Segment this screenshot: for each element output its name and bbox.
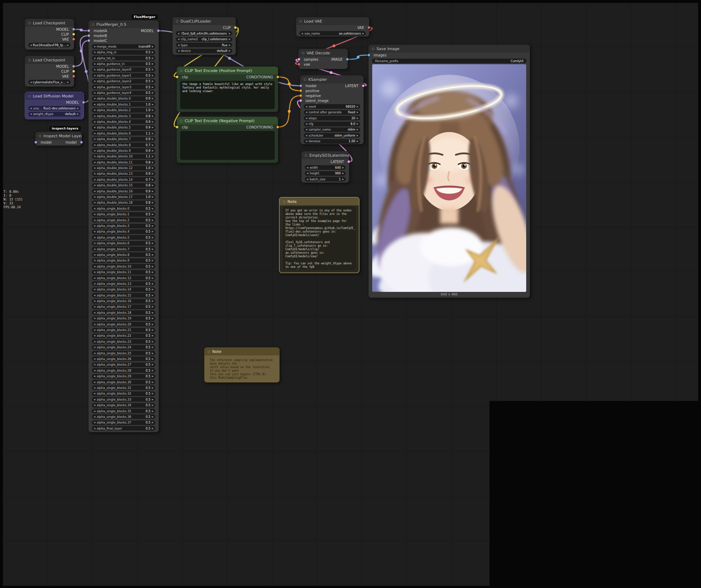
arrow-right-icon[interactable]: ▶: [152, 259, 154, 262]
clip-positive-text[interactable]: the image a female beautiful like an ang…: [180, 81, 275, 109]
arrow-right-icon[interactable]: ▶: [152, 334, 154, 337]
arrow-left-icon[interactable]: ◀: [94, 300, 95, 302]
fluxmerger-widget-alpha-double-blocks-16[interactable]: ◀alpha_double_blocks.160.9▶: [92, 189, 155, 193]
ksampler-widget-seed[interactable]: ◀seed68020▶: [304, 104, 360, 109]
fluxmerger-widget-alpha-single-blocks-17[interactable]: ◀alpha_single_blocks.170.5▶: [92, 305, 155, 309]
arrow-right-icon[interactable]: ▶: [152, 248, 154, 251]
ksampler-widget-cfg[interactable]: ◀cfg8.0▶: [304, 122, 360, 126]
arrow-left-icon[interactable]: ◀: [94, 178, 95, 181]
fluxmerger-widget-alpha-single-blocks-30[interactable]: ◀alpha_single_blocks.300.5▶: [92, 380, 155, 384]
dualcliploader-widget-device[interactable]: ◀devicedefault▶: [176, 49, 232, 53]
arrow-left-icon[interactable]: ◀: [94, 334, 95, 337]
arrow-right-icon[interactable]: ▶: [152, 172, 154, 175]
output-slot-latent-icon[interactable]: [347, 160, 350, 163]
arrow-left-icon[interactable]: ◀: [94, 201, 95, 204]
arrow-right-icon[interactable]: ▶: [152, 317, 154, 320]
fluxmerger-widget-alpha-single-blocks-26[interactable]: ◀alpha_single_blocks.260.5▶: [92, 356, 155, 361]
empty-latent-node[interactable]: EmptySD3LatentImageLATENT◀width640▶◀heig…: [301, 151, 349, 183]
arrow-right-icon[interactable]: ▶: [152, 219, 154, 222]
fluxmerger-widget-alpha-single-blocks-31[interactable]: ◀alpha_single_blocks.310.5▶: [92, 385, 155, 390]
load-checkpoint-1-widget-flux1kreadevfp8-fp[interactable]: ◀flux1KreaDevFP8_fp ...▶: [28, 43, 71, 47]
arrow-left-icon[interactable]: ◀: [94, 277, 95, 280]
arrow-right-icon[interactable]: ▶: [67, 81, 69, 84]
input-slot-clip-icon[interactable]: [176, 76, 179, 79]
fluxmerger-widget-alpha-guidance-layer4[interactable]: ◀alpha_guidance_layer40.5▶: [92, 91, 155, 95]
arrow-right-icon[interactable]: ▶: [152, 271, 154, 274]
arrow-left-icon[interactable]: ◀: [94, 265, 95, 268]
arrow-right-icon[interactable]: ▶: [152, 120, 154, 123]
arrow-left-icon[interactable]: ◀: [305, 105, 307, 108]
arrow-right-icon[interactable]: ▶: [152, 305, 154, 308]
arrow-left-icon[interactable]: ◀: [94, 224, 95, 227]
arrow-left-icon[interactable]: ◀: [94, 317, 95, 320]
arrow-right-icon[interactable]: ▶: [152, 97, 154, 100]
arrow-right-icon[interactable]: ▶: [152, 51, 154, 54]
arrow-left-icon[interactable]: ◀: [94, 213, 95, 216]
node-collapse-dot-icon[interactable]: [283, 200, 285, 203]
arrow-right-icon[interactable]: ▶: [152, 144, 154, 146]
vae-decode-node[interactable]: VAE DecodesamplesIMAGEvae: [298, 49, 348, 69]
fluxmerger-widget-alpha-single-blocks-35[interactable]: ◀alpha_single_blocks.350.5▶: [92, 409, 155, 413]
arrow-right-icon[interactable]: ▶: [152, 236, 154, 239]
fluxmerger-widget-alpha-double-blocks-1[interactable]: ◀alpha_double_blocks.11.0▶: [92, 102, 155, 107]
fluxmerger-widget-alpha-single-blocks-15[interactable]: ◀alpha_single_blocks.150.5▶: [92, 293, 155, 298]
arrow-left-icon[interactable]: ◀: [94, 369, 95, 372]
arrow-right-icon[interactable]: ▶: [357, 140, 358, 143]
output-slot-clip-icon[interactable]: [72, 70, 75, 73]
arrow-right-icon[interactable]: ▶: [152, 294, 154, 297]
arrow-left-icon[interactable]: ◀: [178, 32, 179, 35]
fluxmerger-widget-alpha-single-blocks-21[interactable]: ◀alpha_single_blocks.210.5▶: [92, 328, 155, 332]
input-slot-vae-icon[interactable]: [297, 63, 301, 66]
arrow-right-icon[interactable]: ▶: [152, 369, 154, 372]
arrow-left-icon[interactable]: ◀: [94, 352, 95, 355]
arrow-left-icon[interactable]: ◀: [94, 167, 95, 169]
node-collapse-dot-icon[interactable]: [180, 120, 183, 122]
arrow-left-icon[interactable]: ◀: [94, 421, 95, 424]
arrow-left-icon[interactable]: ◀: [94, 294, 95, 297]
input-slot-modelb-icon[interactable]: [87, 34, 90, 37]
arrow-left-icon[interactable]: ◀: [94, 381, 95, 384]
inspect-model-layers-node[interactable]: inspect-layersInspect Model Layersmodelm…: [35, 132, 82, 146]
fluxmerger-widget-alpha-double-blocks-5[interactable]: ◀alpha_double_blocks.50.9▶: [92, 125, 155, 130]
arrow-right-icon[interactable]: ▶: [152, 311, 154, 314]
arrow-left-icon[interactable]: ◀: [94, 190, 95, 193]
arrow-left-icon[interactable]: ◀: [94, 45, 95, 48]
fluxmerger-widget-alpha-single-blocks-18[interactable]: ◀alpha_single_blocks.180.5▶: [92, 310, 155, 315]
arrow-left-icon[interactable]: ◀: [94, 132, 95, 135]
input-slot-negative-icon[interactable]: [299, 94, 302, 97]
fluxmerger-widget-alpha-single-blocks-14[interactable]: ◀alpha_single_blocks.140.5▶: [92, 287, 155, 292]
arrow-right-icon[interactable]: ▶: [152, 62, 154, 65]
output-slot-model-icon[interactable]: [157, 29, 160, 32]
node-collapse-dot-icon[interactable]: [28, 95, 31, 97]
output-slot-vae-icon[interactable]: [367, 26, 370, 29]
fluxmerger-widget-alpha-double-blocks-9[interactable]: ◀alpha_double_blocks.90.9▶: [92, 148, 155, 153]
fluxmerger-widget-alpha-single-blocks-22[interactable]: ◀alpha_single_blocks.220.5▶: [92, 334, 155, 338]
arrow-left-icon[interactable]: ◀: [94, 242, 95, 245]
arrow-right-icon[interactable]: ▶: [152, 178, 154, 181]
arrow-right-icon[interactable]: ▶: [342, 178, 344, 181]
arrow-right-icon[interactable]: ▶: [342, 166, 344, 169]
fluxmerger-widget-alpha-guidance-layer2[interactable]: ◀alpha_guidance_layer20.5▶: [92, 79, 155, 84]
arrow-right-icon[interactable]: ▶: [357, 122, 358, 125]
save-image-widget-filename-prefix[interactable]: filename_prefixComfyUI: [372, 59, 527, 63]
arrow-left-icon[interactable]: ◀: [94, 375, 95, 378]
arrow-left-icon[interactable]: ◀: [94, 305, 95, 308]
arrow-left-icon[interactable]: ◀: [30, 81, 32, 84]
arrow-right-icon[interactable]: ▶: [152, 363, 154, 366]
node-collapse-dot-icon[interactable]: [372, 48, 374, 50]
fluxmerger-widget-alpha-single-blocks-8[interactable]: ◀alpha_single_blocks.80.5▶: [92, 252, 155, 257]
fluxmerger-widget-alpha-single-blocks-27[interactable]: ◀alpha_single_blocks.270.5▶: [92, 362, 155, 367]
arrow-left-icon[interactable]: ◀: [94, 346, 95, 349]
arrow-right-icon[interactable]: ▶: [152, 404, 154, 407]
note-directories-node[interactable]: NoteIf you get an error in any of the no…: [279, 197, 360, 273]
node-collapse-dot-icon[interactable]: [28, 22, 31, 24]
node-collapse-dot-icon[interactable]: [305, 154, 307, 157]
arrow-left-icon[interactable]: ◀: [94, 144, 95, 146]
arrow-left-icon[interactable]: ◀: [94, 282, 95, 285]
arrow-right-icon[interactable]: ▶: [229, 32, 231, 35]
arrow-left-icon[interactable]: ◀: [30, 113, 32, 115]
node-collapse-dot-icon[interactable]: [299, 20, 302, 23]
arrow-left-icon[interactable]: ◀: [94, 311, 95, 314]
fluxmerger-widget-alpha-single-blocks-36[interactable]: ◀alpha_single_blocks.360.5▶: [92, 414, 155, 419]
arrow-left-icon[interactable]: ◀: [305, 117, 307, 120]
